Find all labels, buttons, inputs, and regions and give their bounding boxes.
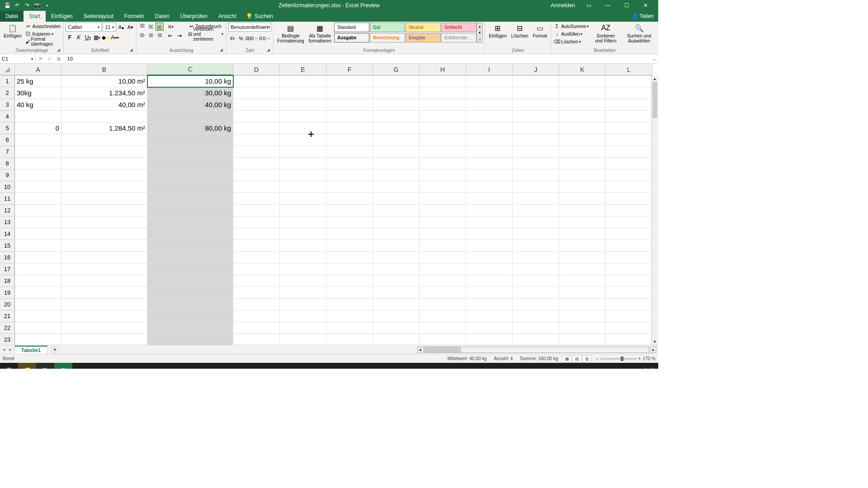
cell-D22[interactable]	[233, 322, 280, 334]
sheet-tab[interactable]: Tabelle1	[14, 346, 47, 354]
horizontal-scrollbar[interactable]: ◂ ▸	[417, 347, 658, 353]
cell-D5[interactable]	[233, 122, 280, 134]
cell-D16[interactable]	[233, 252, 280, 263]
row-header-22[interactable]: 22	[0, 322, 15, 334]
cell-L13[interactable]	[606, 216, 652, 228]
font-color-button[interactable]: A	[111, 33, 119, 42]
zoom-out-button[interactable]: –	[596, 356, 599, 361]
cell-D2[interactable]	[233, 87, 280, 99]
cell-G22[interactable]	[373, 322, 420, 334]
cell-L14[interactable]	[606, 228, 652, 240]
cell-G19[interactable]	[373, 287, 420, 299]
cell-K18[interactable]	[559, 275, 606, 287]
cell-K22[interactable]	[559, 322, 606, 334]
cell-I17[interactable]	[466, 263, 513, 275]
cell-H4[interactable]	[420, 111, 466, 122]
sort-filter-button[interactable]: AZSortieren und Filtern	[590, 23, 621, 44]
col-header-J[interactable]: J	[513, 64, 559, 75]
tab-start[interactable]: Start	[24, 11, 46, 22]
row-header-8[interactable]: 8	[0, 158, 15, 169]
fx-icon[interactable]: fx	[55, 56, 63, 61]
cell-F21[interactable]	[326, 310, 373, 322]
cell-L10[interactable]	[606, 181, 652, 193]
cell-I23[interactable]	[466, 334, 513, 345]
cell-A19[interactable]	[15, 287, 61, 299]
col-header-F[interactable]: F	[326, 64, 373, 75]
cell-G9[interactable]	[373, 169, 420, 181]
cell-L22[interactable]	[606, 322, 652, 334]
cell-D21[interactable]	[233, 310, 280, 322]
cell-A23[interactable]	[15, 334, 61, 345]
cell-H16[interactable]	[420, 252, 466, 263]
insert-cells-button[interactable]: ⊞Einfügen	[487, 23, 508, 39]
cell-H11[interactable]	[420, 193, 466, 205]
cell-C13[interactable]	[147, 216, 233, 228]
row-header-2[interactable]: 2	[0, 87, 15, 99]
cell-E16[interactable]	[280, 252, 326, 263]
align-left-button[interactable]	[138, 31, 146, 39]
cell-B2[interactable]: 1.234,50 m²	[61, 87, 147, 99]
tab-search[interactable]: 💡Suchen	[241, 11, 278, 22]
row-header-5[interactable]: 5	[0, 122, 15, 134]
cell-E19[interactable]	[280, 287, 326, 299]
increase-decimal-button[interactable]: ←0	[254, 34, 262, 42]
taskbar-store-icon[interactable]: 🛍	[36, 363, 54, 369]
cell-C14[interactable]	[147, 228, 233, 240]
grow-font-button[interactable]: A▴	[117, 23, 125, 32]
format-painter-button[interactable]: 🖌Format übertragen	[24, 38, 61, 45]
style-erklaerender[interactable]: Erklärender ...	[441, 33, 476, 42]
format-as-table-button[interactable]: ▦ Als Tabelle formatieren	[307, 23, 334, 44]
cell-I11[interactable]	[466, 193, 513, 205]
cell-J10[interactable]	[513, 181, 559, 193]
row-header-19[interactable]: 19	[0, 287, 15, 299]
cell-F20[interactable]	[326, 299, 373, 310]
add-sheet-button[interactable]: +	[51, 346, 58, 353]
cell-L16[interactable]	[606, 252, 652, 263]
row-header-11[interactable]: 11	[0, 193, 15, 205]
cell-C18[interactable]	[147, 275, 233, 287]
close-icon[interactable]: ✕	[637, 0, 655, 11]
style-gut[interactable]: Gut	[370, 23, 405, 32]
cell-A7[interactable]	[15, 146, 61, 158]
cell-H15[interactable]	[420, 240, 466, 252]
cell-C4[interactable]	[147, 111, 233, 122]
cell-F6[interactable]	[326, 134, 373, 146]
cell-L1[interactable]	[606, 75, 652, 87]
cell-K20[interactable]	[559, 299, 606, 310]
cell-H8[interactable]	[420, 158, 466, 169]
cell-E2[interactable]	[280, 87, 326, 99]
zoom-in-button[interactable]: +	[638, 356, 641, 361]
cell-B19[interactable]	[61, 287, 147, 299]
cell-H3[interactable]	[420, 99, 466, 111]
align-top-button[interactable]	[138, 23, 146, 31]
cell-J23[interactable]	[513, 334, 559, 345]
clear-button[interactable]: ⌫Löschen▾	[553, 38, 590, 45]
accept-formula-icon[interactable]: ✓	[46, 56, 53, 62]
cell-G7[interactable]	[373, 146, 420, 158]
row-header-10[interactable]: 10	[0, 181, 15, 193]
cell-C20[interactable]	[147, 299, 233, 310]
cell-D17[interactable]	[233, 263, 280, 275]
cell-G8[interactable]	[373, 158, 420, 169]
cell-I10[interactable]	[466, 181, 513, 193]
cell-G10[interactable]	[373, 181, 420, 193]
cell-B12[interactable]	[61, 205, 147, 216]
cell-F8[interactable]	[326, 158, 373, 169]
cell-C10[interactable]	[147, 181, 233, 193]
cell-A3[interactable]: 40 kg	[15, 99, 61, 111]
cell-B9[interactable]	[61, 169, 147, 181]
italic-button[interactable]: K	[75, 33, 83, 42]
cell-A21[interactable]	[15, 310, 61, 322]
cell-F11[interactable]	[326, 193, 373, 205]
cell-I9[interactable]	[466, 169, 513, 181]
cell-K6[interactable]	[559, 134, 606, 146]
cell-B11[interactable]	[61, 193, 147, 205]
cell-A2[interactable]: 30kg	[15, 87, 61, 99]
view-normal-button[interactable]: ▦	[562, 355, 571, 362]
dialog-launcher-icon[interactable]: ◢	[267, 47, 272, 53]
cell-F13[interactable]	[326, 216, 373, 228]
cell-I16[interactable]	[466, 252, 513, 263]
bold-button[interactable]: F	[66, 33, 74, 42]
cell-D18[interactable]	[233, 275, 280, 287]
align-bottom-button[interactable]	[156, 23, 164, 31]
